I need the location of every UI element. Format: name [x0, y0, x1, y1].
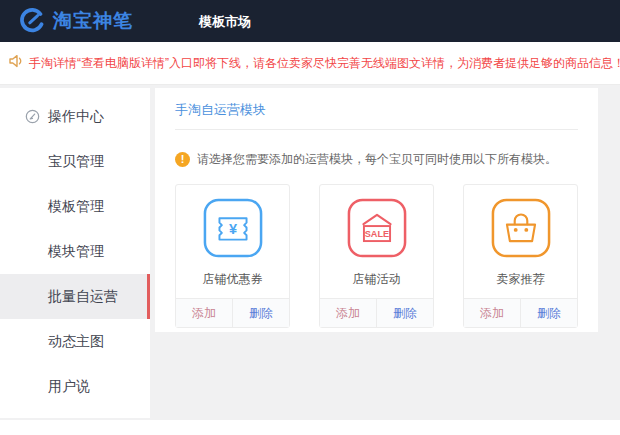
nav-item-template-market[interactable]: 模板市场: [199, 14, 251, 29]
add-button[interactable]: 添加: [320, 299, 376, 327]
sidebar-item-template-management[interactable]: 模板管理: [0, 184, 150, 229]
sidebar-item-dynamic-main-image[interactable]: 动态主图: [0, 319, 150, 364]
add-button[interactable]: 添加: [464, 299, 520, 327]
module-name: 店铺优惠券: [203, 271, 263, 288]
content-body: 操作中心 宝贝管理 模板管理 模块管理 批量自运营 动态主图 用户说: [0, 85, 620, 420]
svg-text:¥: ¥: [228, 221, 236, 237]
tip-row: ! 请选择您需要添加的运营模块，每个宝贝可同时使用以下所有模块。: [175, 151, 578, 168]
announcement-bar: 手淘详情“查看电脑版详情”入口即将下线，请各位卖家尽快完善无线端图文详情，为消费…: [0, 42, 620, 85]
sidebar-item-label: 模板管理: [48, 198, 104, 216]
card-footer: 添加 删除: [464, 298, 577, 327]
module-name: 店铺活动: [353, 271, 401, 288]
module-name: 卖家推荐: [497, 271, 545, 288]
sidebar-item-batch-self-operation[interactable]: 批量自运营: [0, 274, 150, 319]
svg-text:SALE: SALE: [364, 229, 389, 239]
main-panel: 手淘自运营模块 ! 请选择您需要添加的运营模块，每个宝贝可同时使用以下所有模块。…: [155, 88, 598, 332]
card-footer: 添加 删除: [320, 298, 433, 327]
module-card-seller-recommend: 卖家推荐 添加 删除: [463, 184, 578, 328]
announcement-text: 手淘详情“查看电脑版详情”入口即将下线，请各位卖家尽快完善无线端图文详情，为消费…: [29, 55, 620, 72]
shopping-bag-icon: [491, 198, 551, 262]
sidebar-item-label: 动态主图: [48, 333, 104, 351]
shenbi-logo-icon: [20, 8, 53, 34]
sale-icon: SALE: [347, 198, 407, 262]
coupon-icon: ¥: [203, 198, 263, 262]
sidebar-item-operation-center[interactable]: 操作中心: [0, 94, 150, 139]
alert-icon: !: [175, 152, 190, 167]
module-cards: ¥ 店铺优惠券 添加 删除: [175, 184, 578, 328]
logo-text: 淘宝神笔: [53, 8, 133, 34]
add-button[interactable]: 添加: [176, 299, 232, 327]
module-card-coupon: ¥ 店铺优惠券 添加 删除: [175, 184, 290, 328]
delete-button[interactable]: 删除: [232, 299, 289, 327]
tip-text: 请选择您需要添加的运营模块，每个宝贝可同时使用以下所有模块。: [197, 151, 557, 168]
module-card-activity: SALE 店铺活动 添加 删除: [319, 184, 434, 328]
app-window: 淘宝神笔 模板市场 手淘详情“查看电脑版详情”入口即将下线，请各位卖家尽快完善无…: [0, 0, 620, 435]
sidebar-item-label: 批量自运营: [48, 288, 118, 306]
sidebar-item-label: 模块管理: [48, 243, 104, 261]
sidebar-item-item-management[interactable]: 宝贝管理: [0, 139, 150, 184]
megaphone-icon: [8, 53, 29, 73]
sidebar: 操作中心 宝贝管理 模板管理 模块管理 批量自运营 动态主图 用户说: [0, 88, 150, 418]
active-item-indicator: [147, 274, 150, 319]
sidebar-item-label: 操作中心: [48, 108, 104, 126]
header-nav: 模板市场: [199, 12, 251, 31]
sidebar-item-user-says[interactable]: 用户说: [0, 364, 150, 409]
delete-button[interactable]: 删除: [376, 299, 433, 327]
delete-button[interactable]: 删除: [520, 299, 577, 327]
sidebar-item-module-management[interactable]: 模块管理: [0, 229, 150, 274]
page-title: 手淘自运营模块: [175, 101, 578, 130]
sidebar-item-label: 用户说: [48, 378, 90, 396]
operation-center-icon: [25, 109, 40, 127]
card-footer: 添加 删除: [176, 298, 289, 327]
sidebar-item-label: 宝贝管理: [48, 153, 104, 171]
top-header: 淘宝神笔 模板市场: [0, 0, 620, 42]
taobao-shenbi-logo: 淘宝神笔: [20, 8, 133, 34]
